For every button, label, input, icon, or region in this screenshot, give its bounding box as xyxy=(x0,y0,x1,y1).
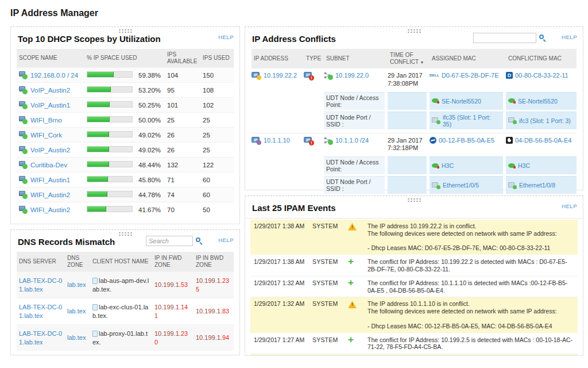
table-row: WIFI_Austin2 44.78% 74 60 xyxy=(17,187,234,202)
subnet-link[interactable]: 10.1.1.0 /24 xyxy=(335,137,369,145)
conflicting-port-link[interactable]: ifc3 (Slot: 1 Port: 3) xyxy=(519,117,571,124)
ips-used: 25 xyxy=(200,117,234,124)
event-row: 1/29/2017 1:32 AM SYSTEM + The conflict … xyxy=(250,277,578,298)
ips-used: 122 xyxy=(200,162,234,168)
help-link[interactable]: HELP xyxy=(562,34,577,40)
ips-used: 102 xyxy=(200,102,234,109)
subnet-link[interactable]: 10.199.22.0 xyxy=(335,72,369,80)
col-assigned-mac[interactable]: ASSIGNED MAC xyxy=(430,55,503,62)
search-input[interactable] xyxy=(146,236,193,246)
table-row: VoIP_Austin2 53.20% 95 108 xyxy=(17,82,234,97)
scope-link[interactable]: WIFI_Austin1 xyxy=(30,177,70,183)
conflict-ip-link[interactable]: 10.199.22.2 xyxy=(264,72,297,80)
col-ip-bwd: IP IN BWD ZONE xyxy=(194,255,234,269)
ip-fwd-zone: 10.199.1. xyxy=(154,330,181,337)
scope-link[interactable]: VoIP_Austin2 xyxy=(30,147,70,154)
node-status-icon xyxy=(432,98,439,103)
status-up-icon xyxy=(22,179,28,184)
status-up-icon xyxy=(22,104,28,109)
assigned-node-link[interactable]: H3C xyxy=(442,162,454,169)
ip-fwd-zone: 10.199.1. xyxy=(154,281,181,288)
utilization-bar xyxy=(87,131,133,137)
interface-icon xyxy=(432,117,440,124)
subnet-icon xyxy=(324,72,333,79)
scope-link[interactable]: WIFI_Brno xyxy=(30,117,62,124)
pct-used: 49.02% xyxy=(136,147,165,154)
col-time-of-conflict[interactable]: TIME OF CONFLICT ▼ xyxy=(388,52,427,66)
ips-available: 101 xyxy=(165,102,200,109)
dns-zone-link[interactable]: lab.tex xyxy=(67,281,86,288)
col-type[interactable]: TYPE xyxy=(304,55,321,62)
dhcp-scope-icon xyxy=(19,146,28,154)
dns-server-link[interactable]: LAB-TEX-DC-01.lab.tex xyxy=(19,330,62,345)
conflicting-node-link[interactable]: H3C xyxy=(518,162,530,169)
udt-node-label: UDT Node / Access Point: xyxy=(324,92,385,110)
ip-bwd-zone: 10.199.1. xyxy=(196,308,222,315)
status-up-icon xyxy=(22,74,28,79)
col-conflicting-mac[interactable]: CONFLICTING MAC xyxy=(506,55,577,62)
scope-link[interactable]: VoIP_Austin2 xyxy=(30,87,70,94)
conflicting-mac-link[interactable]: 04-DB-56-B5-0A-E4 xyxy=(515,137,571,145)
pct-used: 41.67% xyxy=(136,206,165,213)
conflict-time: 7:32:18PM xyxy=(388,144,423,152)
conflicting-node-link[interactable]: SE-Nortel5520 xyxy=(518,98,558,105)
scope-link[interactable]: WIFI_Austin2 xyxy=(30,206,70,213)
conflict-row: IP10.199.22.2 IP! 10.199.22.0 29 Jan 201… xyxy=(252,68,577,133)
event-source: SYSTEM xyxy=(312,300,345,308)
assigned-mac-link[interactable]: 00-12-FB-B5-0A-E5 xyxy=(439,137,494,145)
dns-record-icon xyxy=(92,278,98,284)
search-icon[interactable] xyxy=(196,237,203,244)
status-up-icon xyxy=(22,89,28,94)
scope-link[interactable]: WIFI_Austin2 xyxy=(30,191,70,198)
dns-zone-link[interactable]: lab.tex xyxy=(67,308,86,315)
help-link[interactable]: HELP xyxy=(218,34,234,40)
table-row: LAB-TEX-DC-01.lab.tex lab.tex lab-proxy-… xyxy=(17,324,234,351)
udt-port-label: UDT Node Port / SSID : xyxy=(324,176,385,194)
ips-used: 50 xyxy=(200,206,234,213)
event-date: 1/29/2017 1:38 AM xyxy=(254,223,309,230)
add-icon: + xyxy=(348,258,354,265)
help-link[interactable]: HELP xyxy=(218,237,234,243)
assigned-port-link[interactable]: ifc35 (Slot: 1 Port: 35) xyxy=(443,114,501,128)
dns-server-link[interactable]: LAB-TEX-DC-01.lab.tex xyxy=(19,277,62,292)
conflict-ip-link[interactable]: 10.1.1.10 xyxy=(264,137,290,145)
event-date: 1/29/2017 1:32 AM xyxy=(254,300,309,308)
assigned-port-link[interactable]: Ethernet1/0/5 xyxy=(443,182,479,189)
utilization-bar xyxy=(87,146,133,152)
col-subnet[interactable]: SUBNET xyxy=(324,55,385,62)
panel-title: Top 10 DHCP Scopes by Utilization xyxy=(18,34,161,44)
dns-record-icon xyxy=(92,331,98,337)
scope-link[interactable]: WIFI_Cork xyxy=(30,132,62,139)
scope-link[interactable]: 192.168.0.0 / 24 xyxy=(30,72,78,79)
dns-zone-link[interactable]: lab.tex xyxy=(67,334,86,341)
status-up-icon xyxy=(328,140,333,145)
assigned-mac-link[interactable]: D0-67-E5-2B-DF-7E xyxy=(442,72,499,80)
event-date: 1/29/2017 1:32 AM xyxy=(254,279,309,287)
status-reserved-icon xyxy=(257,75,261,80)
conflicting-port-link[interactable]: Ethernet1/0/8 xyxy=(519,182,555,189)
interface-icon xyxy=(508,182,517,189)
assigned-node-link[interactable]: SE-Nortel5520 xyxy=(442,98,481,105)
col-ip-address[interactable]: IP ADDRESS xyxy=(252,55,301,62)
sort-desc-icon: ▼ xyxy=(420,60,424,64)
dns-server-link[interactable]: LAB-TEX-DC-01.lab.tex xyxy=(19,304,62,319)
event-message: The conflict for IP Address: 10.199.2.5 … xyxy=(368,336,574,351)
status-up-icon xyxy=(513,120,517,124)
event-source: SYSTEM xyxy=(312,279,345,287)
conflicting-mac-link[interactable]: 00-80-C8-33-22-11 xyxy=(515,72,568,80)
status-up-icon xyxy=(22,194,28,199)
status-up-icon xyxy=(436,120,440,124)
conflict-date: 29 Jan 2017 xyxy=(388,72,423,80)
search-icon[interactable] xyxy=(539,34,546,41)
pct-used: 49.02% xyxy=(136,132,165,139)
search-input[interactable] xyxy=(473,33,536,43)
scope-link[interactable]: Curitiba-Dev xyxy=(30,162,67,168)
dns-record-icon xyxy=(92,304,98,310)
status-up-icon xyxy=(22,134,28,139)
node-status-icon xyxy=(432,163,439,168)
event-row: 1/29/2017 1:38 AM SYSTEM ! The IP addres… xyxy=(250,220,578,255)
scope-link[interactable]: VoIP_Austin1 xyxy=(30,102,70,109)
help-link[interactable]: HELP xyxy=(562,203,577,209)
ip-bwd-zone: 10.199.1. xyxy=(196,334,222,341)
panel-title: Last 25 IPAM Events xyxy=(252,203,336,213)
